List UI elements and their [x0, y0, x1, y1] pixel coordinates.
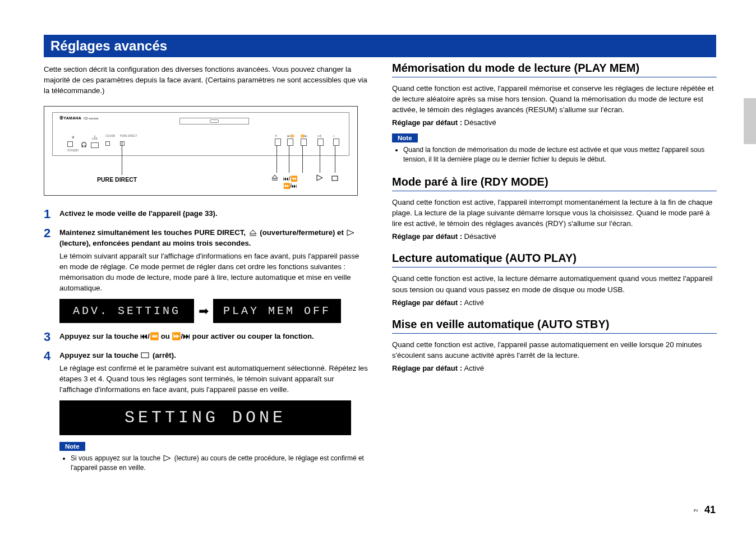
power-btn: ⏻ STANDBY [67, 136, 79, 152]
svg-marker-0 [272, 175, 278, 178]
step-3-title: Appuyez sur la touche ⏮/⏪ ou ⏩/⏭ pour ac… [59, 331, 368, 342]
play-icon [162, 455, 172, 462]
step-4-body: Le réglage est confirmé et le paramètre … [59, 363, 368, 395]
pointer-line [289, 146, 289, 173]
play-icon [345, 229, 356, 236]
note-list: Si vous appuyez sur la touche (lecture) … [59, 454, 368, 473]
step-4: 4 Appuyez sur la touche (arrêt). Le régl… [44, 350, 368, 395]
section-heading: Mise en veille automatique (AUTO STBY) [392, 318, 717, 331]
hp-icon: 🎧 [81, 139, 87, 149]
pointer-line [320, 146, 320, 173]
stop-icon [331, 176, 338, 181]
disc-tray [179, 118, 249, 124]
fwd-btn: ⏩/⏭ [301, 135, 307, 148]
default-setting: Réglage par défaut : Désactivé [392, 118, 717, 127]
section-body: Quand cette fonction est active, l'appar… [392, 339, 717, 361]
section-auto-play: Lecture automatique (AUTO PLAY) Quand ce… [392, 252, 717, 306]
lcd-play-mem: PLAY MEM OFF [213, 299, 341, 323]
pure-direct-label: PURE DIRECT [97, 176, 137, 183]
section-heading: Lecture automatique (AUTO PLAY) [392, 252, 717, 265]
arrow-icon: ➡ [199, 304, 209, 319]
note-tag: Note [392, 133, 418, 142]
pointer-line [122, 141, 122, 175]
cd-usb-btn: CD/USB ○ [105, 135, 115, 150]
brand-logo: ⦿YAMAHACD-xxxxxx [59, 116, 99, 121]
section-body: Quand cette fonction est active, l'appar… [392, 83, 717, 115]
page-footer: Fr 41 [694, 504, 716, 516]
default-setting: Réglage par défaut : Activé [392, 364, 717, 372]
default-setting: Réglage par défaut : Activé [392, 298, 717, 307]
note-item: Si vous appuyez sur la touche (lecture) … [71, 454, 368, 473]
step-1-title: Activez le mode veille de l'appareil (pa… [59, 208, 368, 219]
step-number: 4 [44, 350, 53, 395]
pointer-line [335, 146, 335, 173]
svg-rect-7 [141, 353, 149, 358]
svg-marker-2 [317, 175, 322, 181]
note-tag: Note [59, 442, 85, 451]
eject-icon [248, 229, 258, 236]
lcd-adv-setting: ADV. SETTING [59, 299, 194, 323]
step-1: 1 Activez le mode veille de l'appareil (… [44, 208, 368, 221]
model-text: CD-xxxxxx [84, 117, 99, 120]
lang-code: Fr [694, 508, 698, 513]
step-2-body: Le témoin suivant apparaît sur l'afficha… [59, 251, 368, 294]
step-2: 2 Maintenez simultanément les touches PU… [44, 227, 368, 294]
svg-marker-8 [164, 455, 170, 461]
pointer-line [276, 146, 277, 173]
stop-icon [140, 352, 150, 359]
fwd-next-icon: ⏩/⏭ [172, 332, 190, 340]
section-rdy-mode: Mode paré à lire (RDY MODE) Quand cette … [392, 176, 717, 241]
play-icon [316, 174, 324, 181]
svg-rect-3 [332, 176, 338, 181]
rew-btn: ⏮/⏪ [287, 135, 294, 148]
stop-btn: □ [333, 135, 339, 148]
section-heading: Mode paré à lire (RDY MODE) [392, 176, 717, 188]
side-tab [744, 98, 756, 144]
step-number: 2 [44, 227, 53, 294]
step-2-title: Maintenez simultanément les touches PURE… [59, 227, 368, 248]
device-frame: ⦿YAMAHACD-xxxxxx ⏻ STANDBY 🎧 ●USB CD/USB [52, 112, 349, 156]
usb-port: ●USB [91, 135, 99, 150]
pointer-line [302, 146, 303, 173]
default-setting: Réglage par défaut : Désactivé [392, 232, 717, 241]
svg-marker-6 [347, 230, 354, 236]
section-heading: Mémorisation du mode de lecture (PLAY ME… [392, 62, 717, 75]
play-btn: ⊳⁄‖ [317, 135, 324, 148]
svg-marker-4 [250, 230, 256, 234]
section-play-mem: Mémorisation du mode de lecture (PLAY ME… [392, 62, 717, 164]
note-list: Quand la fonction de mémorisation du mod… [392, 145, 717, 164]
eject-btn: ≙ [275, 135, 281, 148]
section-body: Quand cette fonction est active, la lect… [392, 273, 717, 294]
eject-icon [271, 174, 279, 181]
device-diagram: ⦿YAMAHACD-xxxxxx ⏻ STANDBY 🎧 ●USB CD/USB [44, 106, 358, 196]
fwd-next-icon: ⏩/⏭ [283, 183, 297, 189]
intro-text: Cette section décrit la configuration de… [44, 64, 368, 96]
page-number: 41 [704, 504, 716, 515]
pure-direct-btn: PURE DIRECT ○ [120, 135, 137, 150]
step-3: 3 Appuyez sur la touche ⏮/⏪ ou ⏩/⏭ pour … [44, 331, 368, 344]
prev-rew-icon: ⏮/⏪ [283, 176, 297, 182]
step-number: 1 [44, 208, 53, 221]
prev-rew-icon: ⏮/⏪ [140, 332, 159, 340]
step-4-title: Appuyez sur la touche (arrêt). [59, 350, 368, 361]
section-body: Quand cette fonction est active, l'appar… [392, 197, 717, 229]
section-auto-stby: Mise en veille automatique (AUTO STBY) Q… [392, 318, 717, 372]
note-item: Quand la fonction de mémorisation du mod… [403, 145, 717, 164]
lcd-row: ADV. SETTING ➡ PLAY MEM OFF [59, 299, 368, 323]
step-number: 3 [44, 331, 53, 344]
lcd-setting-done: SETTING DONE [59, 400, 351, 435]
